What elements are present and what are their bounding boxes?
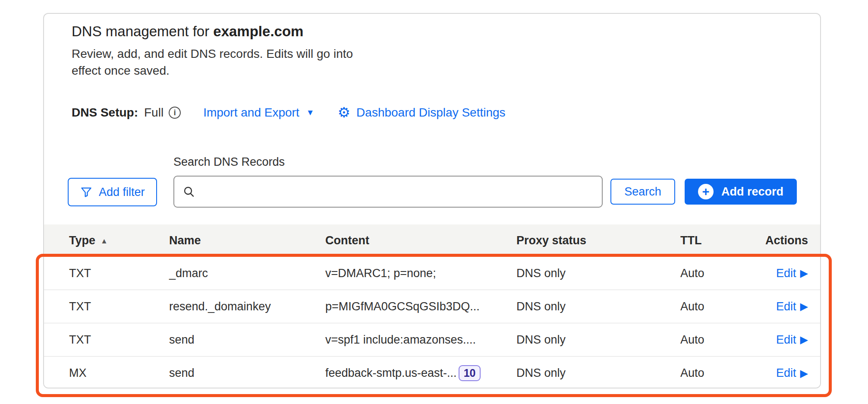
dns-setup-value: Full xyxy=(144,106,164,120)
gear-icon: ⚙ xyxy=(338,105,351,120)
record-type: TXT xyxy=(69,300,169,313)
record-name: send xyxy=(169,366,325,380)
edit-record-link[interactable]: Edit▶ xyxy=(776,267,808,280)
column-header-actions: Actions xyxy=(760,234,808,247)
page-title: DNS management for example.com xyxy=(72,23,303,40)
record-type: TXT xyxy=(69,267,169,280)
search-field-wrapper xyxy=(173,176,603,208)
edit-record-link[interactable]: Edit▶ xyxy=(776,333,808,347)
column-header-proxy-status[interactable]: Proxy status xyxy=(516,234,680,247)
page-title-prefix: DNS management for xyxy=(72,23,213,39)
table-row: TXT resend._domainkey p=MIGfMA0GCSqGSIb3… xyxy=(44,290,820,323)
table-header-row: Type▲ Name Content Proxy status TTL Acti… xyxy=(44,224,820,257)
edit-arrow-icon: ▶ xyxy=(800,268,808,278)
record-proxy-status: DNS only xyxy=(516,366,680,380)
record-content: p=MIGfMA0GCSqGSIb3DQ... xyxy=(325,300,516,313)
edit-arrow-icon: ▶ xyxy=(800,301,808,312)
table-row: TXT send v=spf1 include:amazonses.... DN… xyxy=(44,323,820,357)
add-filter-button[interactable]: Add filter xyxy=(68,178,157,206)
domain-name: example.com xyxy=(213,23,303,39)
record-ttl: Auto xyxy=(680,333,760,347)
search-dns-records-label: Search DNS Records xyxy=(173,155,285,169)
plus-icon: + xyxy=(698,184,714,199)
dashboard-display-settings-label: Dashboard Display Settings xyxy=(356,106,506,120)
record-type: MX xyxy=(69,366,169,380)
info-icon[interactable]: i xyxy=(169,107,181,119)
search-button[interactable]: Search xyxy=(610,179,675,205)
record-ttl: Auto xyxy=(680,267,760,280)
record-content: v=DMARC1; p=none; xyxy=(325,267,516,280)
record-proxy-status: DNS only xyxy=(516,267,680,280)
edit-arrow-icon: ▶ xyxy=(800,368,808,379)
sort-ascending-icon: ▲ xyxy=(101,237,108,245)
edit-record-link[interactable]: Edit▶ xyxy=(776,366,808,380)
search-button-label: Search xyxy=(624,185,661,199)
dns-records-table: Type▲ Name Content Proxy status TTL Acti… xyxy=(44,224,820,388)
record-proxy-status: DNS only xyxy=(516,333,680,347)
column-header-name[interactable]: Name xyxy=(169,234,325,247)
record-ttl: Auto xyxy=(680,300,760,313)
chevron-down-icon: ▼ xyxy=(306,108,314,117)
record-name: resend._domainkey xyxy=(169,300,325,313)
dashboard-display-settings-link[interactable]: ⚙Dashboard Display Settings xyxy=(338,105,506,120)
column-header-content[interactable]: Content xyxy=(325,234,516,247)
add-record-label: Add record xyxy=(721,185,783,199)
mx-priority-badge: 10 xyxy=(459,365,481,381)
add-filter-label: Add filter xyxy=(99,186,145,199)
record-proxy-status: DNS only xyxy=(516,300,680,313)
column-header-type[interactable]: Type▲ xyxy=(69,234,169,247)
import-export-label: Import and Export xyxy=(203,106,299,120)
dns-management-card: DNS management for example.com Review, a… xyxy=(43,13,821,388)
table-row: TXT _dmarc v=DMARC1; p=none; DNS only Au… xyxy=(44,257,820,290)
column-header-ttl[interactable]: TTL xyxy=(680,234,760,247)
dns-setup-label: DNS Setup: xyxy=(72,106,138,120)
record-name: send xyxy=(169,333,325,347)
search-input[interactable] xyxy=(173,176,603,208)
record-type: TXT xyxy=(69,333,169,347)
edit-arrow-icon: ▶ xyxy=(800,335,808,345)
filter-funnel-icon xyxy=(80,186,93,199)
add-record-button[interactable]: + Add record xyxy=(685,179,797,205)
edit-record-link[interactable]: Edit▶ xyxy=(776,300,808,313)
table-row: MX send feedback-smtp.us-east-...10 DNS … xyxy=(44,357,820,388)
record-ttl: Auto xyxy=(680,366,760,380)
record-content: feedback-smtp.us-east-...10 xyxy=(325,365,516,381)
page-description: Review, add, and edit DNS records. Edits… xyxy=(72,46,354,79)
record-name: _dmarc xyxy=(169,267,325,280)
record-content: v=spf1 include:amazonses.... xyxy=(325,333,516,347)
import-export-link[interactable]: Import and Export▼ xyxy=(203,106,314,120)
dns-setup-row: DNS Setup: Full i Import and Export▼ ⚙Da… xyxy=(72,105,506,120)
